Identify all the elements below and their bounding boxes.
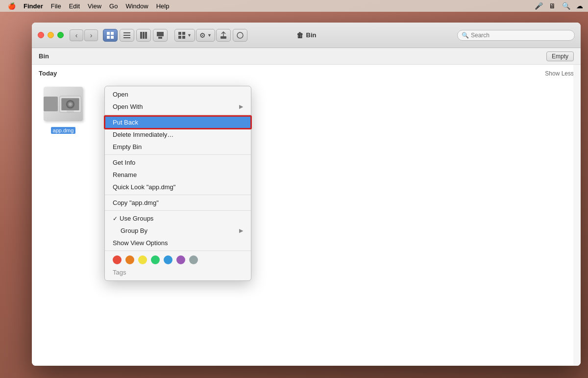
separator-4 xyxy=(105,210,251,211)
view-buttons xyxy=(103,29,168,42)
svg-rect-2 xyxy=(107,36,110,39)
cm-put-back[interactable]: Put Back xyxy=(105,116,251,128)
cm-open[interactable]: Open xyxy=(105,88,251,101)
menu-edit[interactable]: Edit xyxy=(65,0,84,12)
svg-point-17 xyxy=(237,32,243,38)
context-menu: Open Open With ▶ Put Back Delete Immedia… xyxy=(104,86,251,281)
cm-empty-bin[interactable]: Empty Bin xyxy=(105,141,251,153)
show-less-button[interactable]: Show Less xyxy=(545,70,574,77)
svg-point-23 xyxy=(69,103,72,106)
menu-window[interactable]: Window xyxy=(122,0,152,12)
cm-delete-immediately[interactable]: Delete Immediately… xyxy=(105,128,251,141)
forward-button[interactable]: › xyxy=(84,29,98,41)
checkmark-icon: ✓ xyxy=(113,215,118,222)
breadcrumb-bar: Bin Empty xyxy=(32,48,581,65)
dmg-svg xyxy=(58,89,83,119)
cm-group-by[interactable]: Group By ▶ xyxy=(105,225,251,237)
share-button[interactable] xyxy=(216,29,231,42)
svg-rect-12 xyxy=(178,32,181,35)
svg-rect-16 xyxy=(220,36,226,39)
group-by-arrow-icon: ▶ xyxy=(239,227,243,234)
list-view-button[interactable] xyxy=(120,29,134,42)
file-label: app.dmg xyxy=(51,127,76,134)
traffic-lights xyxy=(38,32,64,38)
svg-rect-1 xyxy=(111,32,114,35)
svg-rect-11 xyxy=(158,37,162,39)
menu-finder[interactable]: Finder xyxy=(20,0,47,12)
upload-icon[interactable]: ☁ xyxy=(575,1,584,10)
apple-menu[interactable]: 🍎 xyxy=(4,0,20,12)
search-box[interactable]: 🔍 xyxy=(457,30,575,41)
maximize-button[interactable] xyxy=(57,32,64,38)
color-dot-blue[interactable] xyxy=(164,255,172,264)
section-title: Today xyxy=(39,70,57,77)
color-dot-yellow[interactable] xyxy=(138,255,147,264)
dmg-icon-graphic xyxy=(44,87,83,121)
cm-copy[interactable]: Copy "app.dmg" xyxy=(105,197,251,209)
scrollbar[interactable] xyxy=(573,65,581,366)
finder-window: ‹ › ▼ ⚙ ▼ xyxy=(32,23,581,366)
file-area: Today Show Less xyxy=(32,65,581,366)
cm-get-info[interactable]: Get Info xyxy=(105,156,251,169)
content-area: Bin Empty Today Show Less xyxy=(32,48,581,366)
svg-rect-13 xyxy=(182,32,185,35)
svg-rect-20 xyxy=(67,110,74,112)
empty-button[interactable]: Empty xyxy=(546,51,574,61)
color-dot-gray[interactable] xyxy=(189,255,198,264)
separator-3 xyxy=(105,195,251,195)
color-dot-purple[interactable] xyxy=(176,255,185,264)
section-header: Today Show Less xyxy=(39,70,574,77)
search-input[interactable] xyxy=(471,32,570,39)
close-button[interactable] xyxy=(38,32,44,38)
svg-rect-6 xyxy=(123,37,130,38)
file-icon xyxy=(41,82,85,126)
svg-rect-15 xyxy=(182,36,185,39)
cover-view-button[interactable] xyxy=(153,29,168,42)
separator-1 xyxy=(105,114,251,115)
separator-5 xyxy=(105,251,251,251)
action-button[interactable]: ⚙ ▼ xyxy=(196,29,215,42)
tag-button[interactable] xyxy=(233,29,247,42)
svg-rect-10 xyxy=(157,32,164,36)
menubar-right-icons: 🎤 🖥 🔍 ☁ xyxy=(534,1,584,10)
svg-rect-5 xyxy=(123,35,130,36)
color-dot-red[interactable] xyxy=(113,255,122,264)
cm-use-groups[interactable]: ✓ Use Groups xyxy=(105,212,251,225)
breadcrumb: Bin xyxy=(39,52,49,60)
back-button[interactable]: ‹ xyxy=(70,29,83,41)
icon-view-button[interactable] xyxy=(103,29,118,42)
menu-file[interactable]: File xyxy=(47,0,65,12)
menubar: 🍎 Finder File Edit View Go Window Help 🎤… xyxy=(0,0,588,12)
menu-go[interactable]: Go xyxy=(105,0,122,12)
svg-rect-3 xyxy=(111,36,114,39)
window-title: 🗑 Bin xyxy=(296,31,317,39)
title-bar: ‹ › ▼ ⚙ ▼ xyxy=(32,23,581,48)
mic-icon[interactable]: 🎤 xyxy=(534,1,543,10)
svg-rect-9 xyxy=(145,32,147,39)
teamviewer-icon[interactable]: 🖥 xyxy=(548,1,557,10)
svg-rect-14 xyxy=(178,36,181,39)
arrange-button[interactable]: ▼ xyxy=(174,29,195,42)
arrow-icon: ▶ xyxy=(239,103,243,110)
color-tags xyxy=(105,252,251,267)
column-view-button[interactable] xyxy=(136,29,151,42)
nav-buttons: ‹ › xyxy=(70,29,98,41)
color-dot-green[interactable] xyxy=(151,255,160,264)
magnify-icon[interactable]: 🔍 xyxy=(562,1,570,10)
menu-help[interactable]: Help xyxy=(152,0,173,12)
cm-show-view-options[interactable]: Show View Options xyxy=(105,237,251,249)
color-dot-orange[interactable] xyxy=(125,255,134,264)
svg-rect-7 xyxy=(140,32,142,39)
cm-quick-look[interactable]: Quick Look "app.dmg" xyxy=(105,181,251,193)
svg-rect-8 xyxy=(143,32,145,39)
cm-rename[interactable]: Rename xyxy=(105,169,251,181)
menu-view[interactable]: View xyxy=(84,0,105,12)
file-item[interactable]: app.dmg xyxy=(39,82,88,134)
svg-rect-4 xyxy=(123,32,130,33)
cm-open-with[interactable]: Open With ▶ xyxy=(105,101,251,113)
svg-rect-0 xyxy=(107,32,110,35)
tags-label: Tags xyxy=(105,267,251,278)
minimize-button[interactable] xyxy=(48,32,54,38)
separator-2 xyxy=(105,154,251,155)
